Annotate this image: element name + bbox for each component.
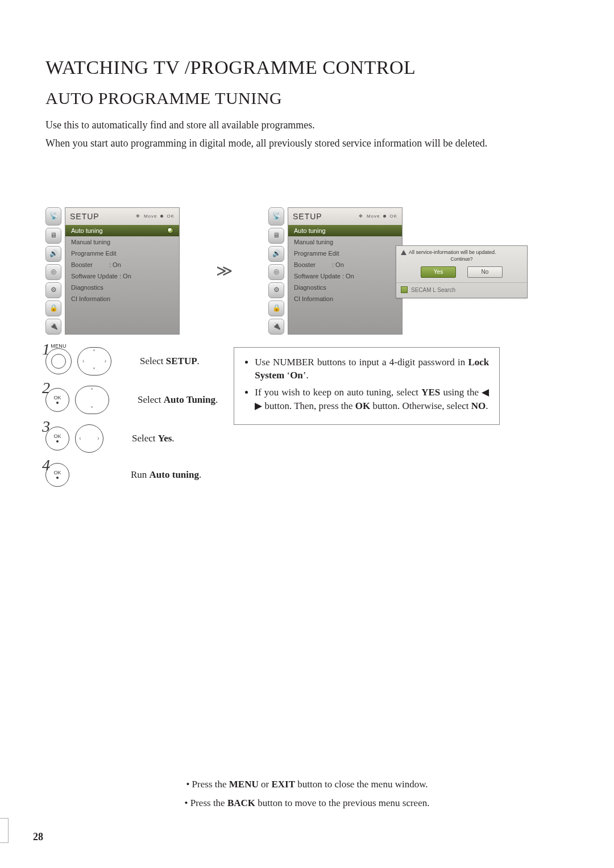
move-hint-icon: ✥ [136, 214, 140, 219]
ok-hint-label: OK [389, 214, 397, 219]
time-icon: ◎ [45, 264, 61, 280]
step-3: 3 OK ‹› Select Yes. [45, 424, 218, 453]
step-number-2: 2 [42, 379, 50, 397]
page-title: AUTO PROGRAMME TUNING [45, 89, 569, 108]
step-4: 4 OK Run Auto tuning. [45, 463, 218, 487]
option-icon: ⚙ [268, 282, 284, 298]
dialog-message: All service-information will be updated. [409, 249, 496, 256]
radio-selected-icon [167, 227, 173, 233]
tip-1: Use NUMBER buttons to input a 4-digit pa… [255, 356, 489, 383]
menu-icon-column: 📡 🖥 🔊 ◎ ⚙ 🔒 🔌 [268, 207, 284, 335]
setup-item-value: : On [332, 261, 344, 268]
page-number: 28 [33, 831, 43, 843]
audio-icon: 🔊 [268, 246, 284, 262]
dpad-icon: ˄ ‹› ˅ [77, 347, 111, 375]
setup-item-software-update[interactable]: Software Update : On [288, 270, 402, 282]
step-4-caption: Run Auto tuning. [131, 469, 201, 481]
antenna-icon: 📡 [45, 207, 61, 226]
footer-note-2: • Press the BACK button to move to the p… [0, 794, 614, 812]
ok-hint-icon [383, 215, 386, 218]
setup-item-diagnostics[interactable]: Diagnostics [65, 282, 179, 293]
ok-hint-label: OK [167, 214, 175, 219]
left-arrow-icon: ‹ [76, 435, 85, 441]
setup-item-manual-tuning[interactable]: Manual tuning [288, 236, 402, 248]
up-arrow-icon: ˄ [89, 349, 99, 355]
step-number-4: 4 [42, 456, 50, 474]
setup-item-ci-information[interactable]: CI Information [65, 293, 179, 308]
step-2-caption: Select Auto Tuning. [138, 394, 218, 406]
setup-screenshot-left: 📡 🖥 🔊 ◎ ⚙ 🔒 🔌 SETUP ✥ Move OK [45, 207, 180, 335]
right-arrow-icon: › [100, 358, 111, 364]
setup-item-label: Auto tuning [71, 227, 103, 234]
setup-item-value: : On [109, 261, 121, 268]
secam-search-option[interactable]: SECAM L Search [396, 282, 527, 298]
move-hint-label: Move [144, 214, 157, 219]
dialog-continue-label: Continue? [396, 256, 527, 264]
setup-item-programme-edit[interactable]: Programme Edit [65, 248, 179, 259]
picture-icon: 🖥 [268, 228, 284, 244]
move-hint-icon: ✥ [359, 214, 363, 219]
setup-item-auto-tuning[interactable]: Auto tuning [288, 225, 402, 236]
option-icon: ⚙ [45, 282, 61, 298]
setup-panel-header: SETUP ✥ Move OK [65, 207, 179, 225]
tip-2: If you wish to keep on auto tuning, sele… [255, 386, 489, 413]
setup-screenshot-right: 📡 🖥 🔊 ◎ ⚙ 🔒 🔌 SETUP ✥ Move [268, 207, 403, 335]
intro-paragraph-2: When you start auto programming in digit… [45, 136, 569, 150]
setup-hints: ✥ Move OK [136, 214, 175, 219]
sequence-arrow-icon: ≫ [190, 261, 258, 280]
down-arrow-icon: ˅ [86, 406, 97, 412]
ok-button-label: OK [53, 470, 61, 475]
tips-box: Use NUMBER buttons to input a 4-digit pa… [234, 347, 500, 425]
setup-hints: ✥ Move OK [359, 214, 397, 219]
setup-item-programme-edit[interactable]: Programme Edit [288, 248, 402, 259]
setup-item-label: Booster [294, 261, 316, 268]
setup-item-manual-tuning[interactable]: Manual tuning [65, 236, 179, 248]
setup-item-diagnostics[interactable]: Diagnostics [288, 282, 402, 293]
setup-item-label: Booster [71, 261, 93, 268]
setup-item-auto-tuning[interactable]: Auto tuning [65, 225, 179, 236]
lock-icon: 🔒 [45, 301, 61, 316]
intro-paragraph-1: Use this to automatically find and store… [45, 118, 569, 132]
audio-icon: 🔊 [45, 246, 61, 262]
time-icon: ◎ [268, 264, 284, 280]
right-arrow-icon: › [94, 435, 103, 441]
left-arrow-icon: ‹ [78, 358, 89, 364]
setup-item-software-update[interactable]: Software Update : On [65, 270, 179, 282]
ok-button-label: OK [53, 395, 61, 400]
down-arrow-icon: ˅ [89, 367, 99, 373]
step-2: 2 OK ˄ ˅ Select Auto Tuning. [45, 386, 218, 414]
setup-item-booster[interactable]: Booster : On [288, 259, 402, 270]
secam-label: SECAM L Search [411, 287, 455, 293]
lock-icon: 🔒 [268, 301, 284, 316]
footer-notes: • Press the MENU or EXIT button to close… [0, 775, 614, 812]
checkbox-icon [401, 286, 408, 293]
ok-hint-icon [160, 215, 163, 218]
setup-title: SETUP [70, 212, 99, 221]
step-1-caption: Select SETUP. [140, 356, 200, 367]
page-edge-tab [0, 818, 9, 843]
usb-icon: 🔌 [268, 319, 284, 335]
picture-icon: 🖥 [45, 228, 61, 244]
warning-icon [401, 250, 406, 255]
setup-title: SETUP [293, 212, 322, 221]
setup-panel-header: SETUP ✥ Move OK [288, 207, 402, 225]
dpad-icon: ˄ ˅ [75, 386, 109, 414]
step-number-3: 3 [42, 418, 50, 436]
move-hint-label: Move [367, 214, 380, 219]
up-arrow-icon: ˄ [86, 387, 97, 394]
footer-note-1: • Press the MENU or EXIT button to close… [0, 775, 614, 794]
no-button[interactable]: No [467, 266, 503, 278]
menu-button-label: MENU [51, 343, 67, 349]
menu-icon-column: 📡 🖥 🔊 ◎ ⚙ 🔒 🔌 [45, 207, 61, 335]
menu-remote-button: MENU [45, 348, 72, 374]
setup-item-booster[interactable]: Booster : On [65, 259, 179, 270]
ok-button-label: OK [53, 434, 61, 439]
dpad-icon: ‹› [75, 424, 103, 453]
section-heading: WATCHING TV /PROGRAMME CONTROL [45, 57, 569, 78]
yes-button[interactable]: Yes [421, 266, 456, 278]
setup-item-label: Auto tuning [294, 227, 326, 234]
step-1: 1 MENU ˄ ‹› ˅ Select SETUP. [45, 347, 218, 375]
step-3-caption: Select Yes. [132, 433, 175, 444]
setup-item-ci-information[interactable]: CI Information [288, 293, 402, 308]
antenna-icon: 📡 [268, 207, 284, 226]
